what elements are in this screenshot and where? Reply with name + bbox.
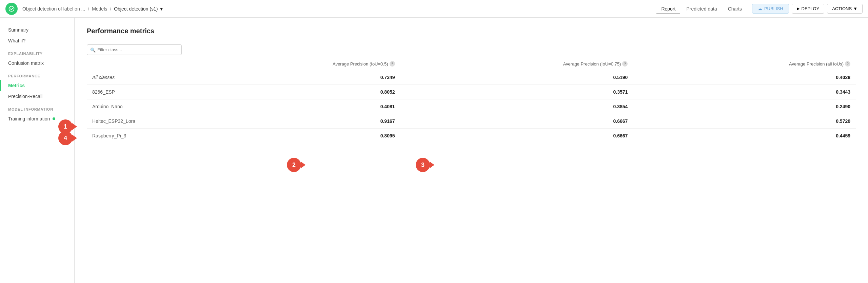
cell-apall: 0.4459 [633,129,856,143]
breadcrumb-sep-1: / [88,6,89,12]
col-header-ap075: Average Precision (IoU=0.75) ? [400,58,633,70]
cell-ap075: 0.6667 [400,129,633,143]
chevron-down-icon: ▼ [853,6,857,11]
svg-point-0 [9,6,14,11]
cell-class: 8266_ESP [87,85,175,99]
sidebar-item-summary[interactable]: Summary [0,24,74,35]
sidebar-item-whatif[interactable]: What if? [0,35,74,46]
help-icon-ap05[interactable]: ? [390,61,395,67]
annotation-badge-2: 2 [287,158,301,172]
table-row: All classes 0.7349 0.5190 0.4028 [87,70,856,85]
breadcrumb-sep-2: / [110,6,111,12]
table-row: Raspberry_Pi_3 0.8095 0.6667 0.4459 [87,129,856,143]
cell-class: All classes [87,70,175,85]
cell-ap05: 0.8052 [175,85,400,99]
status-dot [53,117,55,120]
publish-icon: ☁ [758,6,762,11]
sidebar-section-explainability: EXPLAINABILITY [0,46,74,58]
col-header-class [87,58,175,70]
logo [5,3,18,15]
table-row: Heltec_ESP32_Lora 0.9167 0.6667 0.5720 [87,114,856,129]
nav-tabs: Report Predicted data Charts [656,4,747,14]
cell-ap05: 0.4081 [175,99,400,114]
sidebar-item-precision-recall[interactable]: Precision-Recall [0,91,74,102]
cell-ap075: 0.5190 [400,70,633,85]
chevron-down-icon: ▼ [159,6,164,12]
page-title: Performance metrics [87,27,856,35]
cell-apall: 0.3443 [633,85,856,99]
help-icon-ap075[interactable]: ? [622,61,628,67]
breadcrumb-current[interactable]: Object detection (s1) ▼ [114,6,164,12]
top-nav: Object detection of label on ... / Model… [0,0,868,18]
metrics-table: Average Precision (IoU=0.5) ? Average Pr… [87,58,856,143]
table-row: Arduino_Nano 0.4081 0.3854 0.2490 [87,99,856,114]
cell-ap05: 0.7349 [175,70,400,85]
help-icon-apall[interactable]: ? [845,61,850,67]
table-row: 8266_ESP 0.8052 0.3571 0.3443 [87,85,856,99]
breadcrumb-project[interactable]: Object detection of label on ... [22,6,85,12]
sidebar-section-model-info: MODEL INFORMATION [0,102,74,113]
sidebar-item-confusion-matrix[interactable]: Confusion matrix [0,58,74,69]
actions-button[interactable]: ACTIONS ▼ [827,4,863,14]
filter-row: 🔍 [87,44,856,55]
cell-ap075: 0.6667 [400,114,633,129]
main-content: Performance metrics 🔍 Average Precision … [75,18,868,283]
cell-class: Raspberry_Pi_3 [87,129,175,143]
sidebar-item-metrics[interactable]: Metrics [0,80,74,91]
cell-ap075: 0.3854 [400,99,633,114]
tab-charts[interactable]: Charts [723,4,747,14]
tab-report[interactable]: Report [656,4,680,14]
annotation-badge-3: 3 [416,158,430,172]
main-layout: Summary What if? EXPLAINABILITY Confusio… [0,18,868,283]
publish-button[interactable]: ☁ PUBLISH [752,4,789,14]
filter-input-wrap: 🔍 [87,44,182,55]
nav-actions: ☁ PUBLISH ▶ DEPLOY ACTIONS ▼ [752,4,863,14]
cell-ap075: 0.3571 [400,85,633,99]
cell-apall: 0.4028 [633,70,856,85]
sidebar-section-performance: PERFORMANCE [0,69,74,80]
deploy-button[interactable]: ▶ DEPLOY [792,4,825,14]
cell-ap05: 0.9167 [175,114,400,129]
tab-predicted-data[interactable]: Predicted data [682,4,722,14]
cell-ap05: 0.8095 [175,129,400,143]
col-header-apall: Average Precision (all IoUs) ? [633,58,856,70]
sidebar-item-training-info[interactable]: Training information [0,113,74,124]
cell-class: Heltec_ESP32_Lora [87,114,175,129]
search-icon: 🔍 [90,47,96,52]
breadcrumb-models[interactable]: Models [92,6,107,12]
metrics-table-container: Average Precision (IoU=0.5) ? Average Pr… [87,58,856,143]
cell-apall: 0.2490 [633,99,856,114]
sidebar: Summary What if? EXPLAINABILITY Confusio… [0,18,75,283]
cell-apall: 0.5720 [633,114,856,129]
breadcrumb: Object detection of label on ... / Model… [22,6,656,12]
play-icon: ▶ [797,6,800,11]
cell-class: Arduino_Nano [87,99,175,114]
col-header-ap05: Average Precision (IoU=0.5) ? [175,58,400,70]
filter-class-input[interactable] [87,44,182,55]
